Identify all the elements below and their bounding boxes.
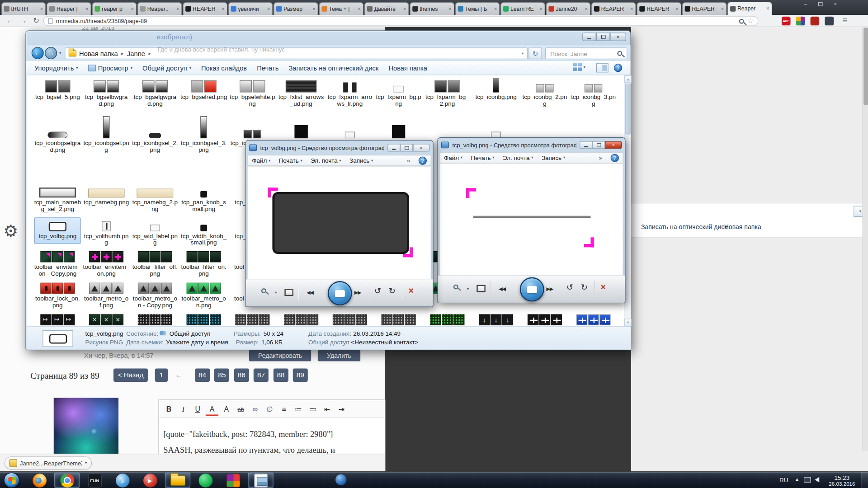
editor-strike-button[interactable]: ab: [234, 403, 247, 416]
command-share[interactable]: Общий доступ▾: [137, 61, 196, 75]
page-button-85[interactable]: 85: [214, 369, 229, 382]
command-organize[interactable]: Упорядочить▾: [29, 61, 83, 75]
file-item[interactable]: tcp_iconbg.png: [472, 78, 520, 100]
file-item[interactable]: toolbar_filter_off.png: [131, 249, 179, 277]
editor-font-size-button[interactable]: A: [220, 403, 233, 416]
delete-button[interactable]: ×: [601, 282, 606, 292]
editor-bold-button[interactable]: B: [162, 403, 175, 416]
bookmark-star-icon[interactable]: ☆: [747, 17, 753, 25]
taskbar-fun[interactable]: FUN: [82, 473, 107, 488]
command-burn-disc[interactable]: Записать на оптический диск: [283, 61, 383, 75]
command-view[interactable]: Просмотр▾: [83, 61, 137, 75]
actual-size-button[interactable]: [476, 285, 486, 292]
file-item[interactable]: toolbar_envitem_on - Copy.png: [33, 249, 82, 277]
file-item[interactable]: toolbar_metro_on.png: [179, 281, 228, 308]
file-item[interactable]: tcp_fxparm_bg_2.png: [423, 78, 472, 107]
file-item[interactable]: toolbar_metro_of.png: [82, 281, 131, 308]
browser-tab[interactable]: Reaper:.×: [137, 2, 182, 15]
page-button-88[interactable]: 88: [273, 369, 288, 382]
delete-button[interactable]: ×: [409, 286, 414, 296]
file-item[interactable]: tcp_fxlist_arrows_ud.png: [277, 78, 326, 107]
menu-Эл. почта[interactable]: Эл. почта▾: [311, 157, 341, 164]
extension-icon[interactable]: [811, 17, 820, 26]
next-button[interactable]: ▶▶: [547, 286, 553, 291]
tab-close-icon[interactable]: ×: [267, 6, 270, 12]
minimize-button[interactable]: [387, 144, 400, 151]
preview-pane-button[interactable]: [596, 63, 609, 73]
editor-bullet-list-button[interactable]: ≔: [292, 403, 305, 416]
file-item[interactable]: tcp_pan_knob_small.png: [179, 184, 228, 212]
edit-button[interactable]: Редактировать: [249, 350, 311, 361]
command-new-folder[interactable]: Новая папка: [383, 61, 432, 75]
delete-button[interactable]: Удалить: [318, 350, 360, 361]
file-item[interactable]: [228, 312, 277, 325]
file-item[interactable]: tcp_fxparm_bg.png: [374, 78, 423, 107]
network-icon[interactable]: [804, 477, 811, 483]
file-item[interactable]: [131, 312, 179, 325]
file-item[interactable]: tcp_wid_label.png: [131, 219, 179, 246]
scrollbar-thumb[interactable]: [625, 84, 631, 135]
breadcrumb-root[interactable]: Новая папка: [79, 50, 118, 57]
address-breadcrumb[interactable]: Новая папка ▸ Janne ▸ ▾: [65, 47, 528, 59]
maximize-button[interactable]: [816, 0, 826, 8]
taskbar-explorer[interactable]: [165, 473, 190, 488]
minimize-button[interactable]: –: [801, 0, 811, 8]
adblock-extension-icon[interactable]: ABP: [782, 17, 791, 26]
help-icon[interactable]: ?: [419, 156, 427, 164]
page-scrollbar[interactable]: [863, 27, 868, 451]
editor-link-button[interactable]: ∞: [249, 403, 262, 416]
breadcrumb-separator-icon[interactable]: ▸: [148, 51, 151, 56]
clock[interactable]: 15:23 26.03.2016: [825, 474, 859, 487]
tab-close-icon[interactable]: ×: [675, 6, 679, 12]
rotate-ccw-button[interactable]: ↺: [566, 282, 573, 292]
zoom-icon[interactable]: [739, 19, 744, 23]
file-item[interactable]: tcp_bgsel_5.png: [33, 78, 82, 100]
help-icon[interactable]: ?: [611, 154, 619, 162]
extension-icon[interactable]: [825, 17, 834, 26]
tab-close-icon[interactable]: ×: [766, 5, 769, 11]
menu-Эл. почта[interactable]: Эл. почта▾: [503, 155, 533, 161]
burn-disc-command[interactable]: Записать на оптический диск: [641, 224, 727, 230]
browser-tab[interactable]: REAPER×: [637, 2, 681, 15]
explorer-titlebar[interactable]: ×: [26, 31, 631, 46]
viewer-titlebar[interactable]: tcp_volbg.png - Средство просмотра фотог…: [246, 141, 433, 155]
browser-tab[interactable]: Janne20×: [546, 2, 590, 15]
maximize-button[interactable]: [592, 141, 605, 149]
file-item[interactable]: tcp_iconbg_3.png: [569, 78, 618, 107]
browser-tab[interactable]: themes×: [410, 2, 454, 15]
menu-Файл[interactable]: Файл▾: [252, 157, 270, 164]
browser-tab[interactable]: Темы | Б×: [455, 2, 500, 15]
file-item[interactable]: [520, 312, 569, 325]
file-item[interactable]: tcp_bgselred.png: [179, 78, 228, 100]
taskbar-media[interactable]: ▶: [137, 473, 163, 488]
tab-close-icon[interactable]: ×: [358, 6, 361, 12]
file-item[interactable]: [472, 312, 520, 325]
start-button[interactable]: [4, 473, 19, 488]
user-avatar[interactable]: [54, 398, 118, 459]
command-print[interactable]: Печать: [252, 61, 283, 75]
taskbar-itunes[interactable]: ♪: [109, 473, 135, 488]
scroll-down-icon[interactable]: ▼: [624, 319, 632, 326]
tab-close-icon[interactable]: ×: [222, 6, 225, 12]
browser-tab[interactable]: REAPER×: [591, 2, 636, 15]
menu-Файл[interactable]: Файл▾: [444, 155, 462, 161]
page-button-86[interactable]: 86: [234, 369, 249, 382]
file-item[interactable]: toolbar_lock_on.png: [33, 281, 82, 308]
tab-close-icon[interactable]: ×: [40, 6, 43, 12]
recent-pages-caret-icon[interactable]: ▾: [59, 51, 61, 56]
help-icon[interactable]: ?: [614, 64, 622, 72]
file-item[interactable]: tcp_fxparm_arrows_lr.png: [326, 78, 374, 107]
gear-icon[interactable]: ⚙: [3, 221, 18, 241]
file-item[interactable]: [179, 312, 228, 325]
page-button-84[interactable]: 84: [195, 369, 210, 382]
menu-Печать[interactable]: Печать▾: [279, 157, 302, 164]
breadcrumb-folder[interactable]: Janne: [127, 50, 145, 57]
maximize-button[interactable]: [400, 144, 413, 151]
scrollbar-thumb[interactable]: [863, 28, 868, 105]
tab-close-icon[interactable]: ×: [85, 6, 89, 12]
status-share[interactable]: <Неизвестный контакт>: [351, 338, 418, 345]
tab-close-icon[interactable]: ×: [494, 6, 497, 12]
rotate-cw-button[interactable]: ↻: [580, 282, 587, 292]
file-item[interactable]: tcp_namebg_2.png: [131, 184, 179, 212]
status-shot[interactable]: Укажите дату и время: [166, 338, 228, 345]
